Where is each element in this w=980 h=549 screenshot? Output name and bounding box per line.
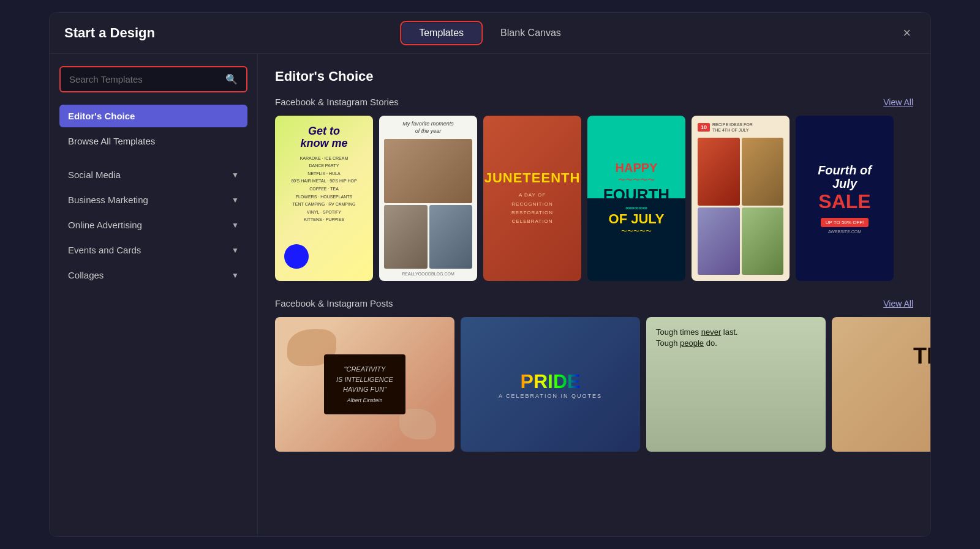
card-1-circle-blue	[284, 244, 309, 269]
post-2-pride: PRIDE	[499, 370, 602, 393]
card-6-title: Fourth ofJuly	[818, 163, 872, 190]
card-5-number: 10	[698, 123, 710, 132]
stories-templates-row: Get toknow me KARAOKE · ICE CREAM DANCE …	[275, 116, 913, 281]
card-4-july: OF JULY	[609, 211, 665, 227]
sidebar-category-collages[interactable]: Collages ▼	[59, 263, 247, 288]
sidebar-category-business-marketing[interactable]: Business Marketing ▼	[59, 187, 247, 212]
card-2-photo-3	[429, 205, 473, 269]
chevron-down-icon: ▼	[232, 171, 239, 179]
card-4-fourth: FOURTH	[603, 185, 669, 204]
sidebar-item-editors-choice[interactable]: Editor's Choice	[59, 105, 247, 127]
sidebar: 🔍 Editor's Choice Browse All Templates S…	[50, 54, 258, 536]
post-template-card-3[interactable]: Tough times never last. Tough people do.	[646, 317, 826, 452]
sidebar-categories: Social Media ▼ Business Marketing ▼ Onli…	[59, 162, 247, 288]
sidebar-category-online-advertising[interactable]: Online Advertising ▼	[59, 212, 247, 237]
search-input[interactable]	[69, 74, 221, 84]
sidebar-category-label: Events and Cards	[68, 245, 141, 255]
modal-title: Start a Design	[64, 25, 155, 41]
sidebar-item-browse-all[interactable]: Browse All Templates	[59, 130, 247, 152]
card-5-img-3	[698, 207, 740, 275]
card-6-url: AWEBSITE.COM	[828, 230, 861, 234]
search-box[interactable]: 🔍	[59, 66, 247, 92]
card-3-content: JUNETEENTH A DAY OFRECOGNITIONRESTORATIO…	[483, 163, 581, 234]
sidebar-category-social-media[interactable]: Social Media ▼	[59, 162, 247, 187]
story-template-card-6[interactable]: Fourth ofJuly SALE UP TO 50% OFF! AWEBSI…	[796, 116, 894, 281]
posts-templates-row: "CREATIVITYIS INTELLIGENCEHAVING FUN" Al…	[275, 317, 913, 452]
post-2-subtitle: A CELEBRATION IN QUOTES	[499, 393, 602, 399]
chevron-down-icon: ▼	[232, 271, 239, 280]
card-3-title: JUNETEENTH	[484, 170, 581, 186]
sidebar-category-events-and-cards[interactable]: Events and Cards ▼	[59, 237, 247, 263]
post-2-content: PRIDE A CELEBRATION IN QUOTES	[499, 370, 602, 399]
stories-section-header: Facebook & Instagram Stories View All	[275, 97, 913, 107]
card-4-wave: 〜〜〜〜〜	[618, 175, 655, 185]
sidebar-category-label: Social Media	[68, 170, 121, 180]
chevron-down-icon: ▼	[232, 246, 239, 255]
card-3-subtitle: A DAY OFRECOGNITIONRESTORATIONCELEBRATIO…	[484, 191, 581, 226]
post-template-card-1[interactable]: "CREATIVITYIS INTELLIGENCEHAVING FUN" Al…	[275, 317, 454, 452]
modal: Start a Design Templates Blank Canvas × …	[49, 12, 931, 537]
post-template-card-2[interactable]: PRIDE A CELEBRATION IN QUOTES	[461, 317, 640, 452]
story-template-card-3[interactable]: JUNETEENTH A DAY OFRECOGNITIONRESTORATIO…	[483, 116, 581, 281]
post-3-quote: Tough times never last. Tough people do.	[656, 327, 738, 349]
card-2-photo-1	[384, 139, 472, 203]
card-4-waves2: 〜〜〜〜〜	[621, 227, 652, 236]
card-1-title: Get toknow me	[300, 125, 347, 150]
card-6-badge: UP TO 50% OFF!	[821, 218, 869, 227]
tab-templates[interactable]: Templates	[402, 23, 481, 43]
card-6-sale: SALE	[818, 190, 870, 213]
modal-body: 🔍 Editor's Choice Browse All Templates S…	[50, 54, 930, 536]
card-4-decoration: ∞∞∞∞∞	[625, 204, 647, 211]
sidebar-category-label: Business Marketing	[68, 195, 148, 205]
modal-header: Start a Design Templates Blank Canvas ×	[50, 13, 930, 54]
main-content: Editor's Choice Facebook & Instagram Sto…	[258, 54, 930, 536]
card-5-img-4	[742, 207, 784, 275]
story-template-card-1[interactable]: Get toknow me KARAOKE · ICE CREAM DANCE …	[275, 116, 373, 281]
close-button[interactable]: ×	[898, 23, 916, 43]
posts-view-all-button[interactable]: View All	[883, 299, 913, 308]
post-template-card-4[interactable]: JUNETEENTH A DAY OF	[832, 317, 930, 452]
card-2-footer: REALLYGOODBLOG.COM	[384, 272, 472, 276]
sidebar-nav: Editor's Choice Browse All Templates	[59, 105, 247, 152]
card-5-grid	[698, 138, 783, 275]
card-2-title: My favorite momentsof the year	[384, 121, 472, 135]
chevron-down-icon: ▼	[232, 221, 239, 230]
chevron-down-icon: ▼	[232, 196, 239, 204]
posts-section-title: Facebook & Instagram Posts	[275, 298, 393, 308]
posts-section-header: Facebook & Instagram Posts View All	[275, 298, 913, 308]
sidebar-category-label: Online Advertising	[68, 220, 142, 230]
stories-view-all-button[interactable]: View All	[883, 97, 913, 107]
story-template-card-2[interactable]: My favorite momentsof the year REALLYGOO…	[379, 116, 477, 281]
section-title: Editor's Choice	[275, 69, 913, 84]
post-1-quote: "CREATIVITYIS INTELLIGENCEHAVING FUN" Al…	[324, 354, 405, 414]
search-icon: 🔍	[225, 73, 238, 85]
card-1-list: KARAOKE · ICE CREAM DANCE PARTY NETFLIX …	[281, 155, 367, 224]
tab-blank-canvas[interactable]: Blank Canvas	[483, 23, 578, 43]
sidebar-category-label: Collages	[68, 270, 104, 280]
story-template-card-4[interactable]: HAPPY 〜〜〜〜〜 FOURTH ∞∞∞∞∞ OF JULY 〜〜〜〜〜	[587, 116, 685, 281]
story-template-card-5[interactable]: 10 RECIPE IDEAS FORTHE 4TH OF JULY	[692, 116, 790, 281]
stories-section-title: Facebook & Instagram Stories	[275, 97, 399, 107]
post-4-title: JUNETEENTH	[913, 327, 930, 367]
card-5-header: RECIPE IDEAS FORTHE 4TH OF JULY	[712, 122, 753, 133]
card-5-img-1	[698, 138, 740, 205]
card-2-photo-2	[384, 205, 428, 269]
card-4-happy: HAPPY	[616, 161, 658, 175]
header-tabs: Templates Blank Canvas	[402, 23, 578, 43]
card-5-img-2	[742, 138, 784, 205]
